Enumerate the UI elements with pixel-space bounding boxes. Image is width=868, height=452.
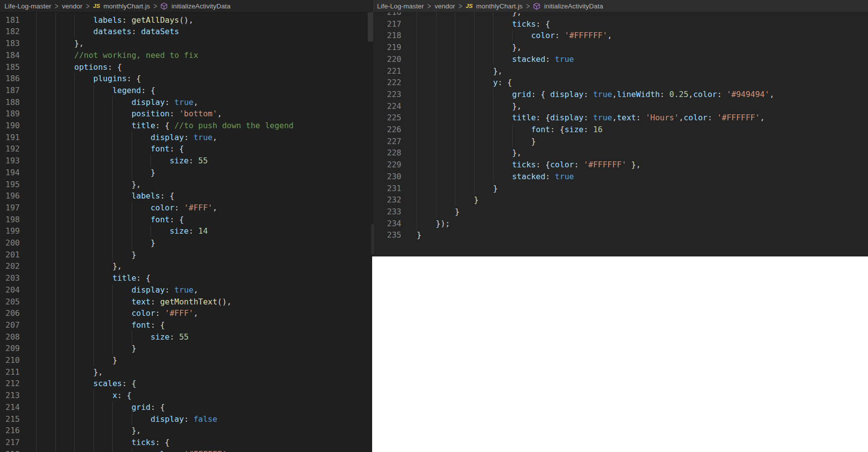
code-line[interactable]: 217 ticks: { bbox=[373, 18, 868, 30]
line-number[interactable]: 226 bbox=[377, 124, 401, 136]
line-number[interactable]: 232 bbox=[377, 194, 401, 206]
line-number[interactable]: 222 bbox=[377, 77, 401, 89]
line-number[interactable]: 200 bbox=[0, 237, 20, 249]
line-number[interactable]: 187 bbox=[0, 85, 20, 97]
line-number[interactable]: 202 bbox=[0, 260, 20, 272]
code-line[interactable]: 190 title: { //to push down the legend bbox=[0, 120, 372, 132]
line-number[interactable]: 185 bbox=[0, 61, 20, 73]
line-number[interactable]: 204 bbox=[0, 284, 20, 296]
code-line[interactable]: 230 stacked: true bbox=[373, 171, 868, 183]
code-line[interactable]: 224 }, bbox=[373, 100, 868, 112]
line-number[interactable]: 218 bbox=[377, 30, 401, 42]
code-line[interactable]: 215 display: false bbox=[0, 413, 372, 425]
breadcrumb-folder[interactable]: vendor bbox=[434, 2, 455, 10]
line-number[interactable]: 216 bbox=[0, 425, 20, 437]
code-line[interactable]: 187 legend: { bbox=[0, 85, 372, 97]
code-line[interactable]: 195 }, bbox=[0, 179, 372, 191]
code-line[interactable]: 231 } bbox=[373, 183, 868, 195]
breadcrumb-symbol[interactable]: initializeActivityData bbox=[171, 2, 230, 10]
code-line[interactable]: 183 }, bbox=[0, 38, 372, 50]
breadcrumb-folder[interactable]: vendor bbox=[62, 2, 82, 10]
line-number[interactable]: 197 bbox=[0, 202, 20, 214]
code-line[interactable]: 204 display: true, bbox=[0, 284, 372, 296]
code-line[interactable]: 233 } bbox=[373, 206, 868, 218]
code-line[interactable]: 196 labels: { bbox=[0, 190, 372, 202]
line-number[interactable]: 229 bbox=[377, 159, 401, 171]
code-line[interactable]: 235} bbox=[373, 229, 868, 241]
scrollbar-thumb[interactable] bbox=[371, 224, 374, 254]
code-area-left[interactable]: 180 data: {181 labels: getAllDays(),182 … bbox=[0, 0, 372, 452]
line-number[interactable]: 220 bbox=[377, 53, 401, 65]
line-number[interactable]: 234 bbox=[377, 218, 401, 230]
breadcrumb-root[interactable]: Life-Log-master bbox=[4, 2, 51, 10]
line-number[interactable]: 195 bbox=[0, 179, 20, 191]
code-line[interactable]: 221 }, bbox=[373, 65, 868, 77]
code-line[interactable]: 197 color: '#FFF', bbox=[0, 202, 372, 214]
code-line[interactable]: 223 grid: { display: true,lineWidth: 0.2… bbox=[373, 89, 868, 100]
code-line[interactable]: 203 title: { bbox=[0, 272, 372, 284]
line-number[interactable]: 191 bbox=[0, 132, 20, 144]
line-number[interactable]: 198 bbox=[0, 214, 20, 226]
code-line[interactable]: 186 plugins: { bbox=[0, 73, 372, 85]
line-number[interactable]: 205 bbox=[0, 296, 20, 308]
line-number[interactable]: 190 bbox=[0, 120, 20, 132]
code-line[interactable]: 193 size: 55 bbox=[0, 155, 372, 167]
code-line[interactable]: 229 ticks: {color: '#FFFFFF' }, bbox=[373, 159, 868, 171]
breadcrumb-file[interactable]: monthlyChart.js bbox=[103, 2, 150, 10]
code-line[interactable]: 211 }, bbox=[0, 366, 372, 378]
code-line[interactable]: 218 color: '#FFFFFF', bbox=[0, 449, 372, 452]
line-number[interactable]: 184 bbox=[0, 50, 20, 61]
line-number[interactable]: 223 bbox=[377, 89, 401, 100]
code-line[interactable]: 218 color: '#FFFFFF', bbox=[373, 30, 868, 42]
line-number[interactable]: 227 bbox=[377, 136, 401, 148]
code-line[interactable]: 225 title: {display: true,text: 'Hours',… bbox=[373, 112, 868, 124]
code-line[interactable]: 208 size: 55 bbox=[0, 331, 372, 343]
code-line[interactable]: 181 labels: getAllDays(), bbox=[0, 14, 372, 26]
scrollbar-thumb[interactable] bbox=[368, 11, 373, 42]
line-number[interactable]: 217 bbox=[0, 437, 20, 449]
code-line[interactable]: 214 grid: { bbox=[0, 402, 372, 413]
breadcrumb-symbol[interactable]: initializeActivityData bbox=[544, 2, 603, 10]
line-number[interactable]: 206 bbox=[0, 307, 20, 319]
line-number[interactable]: 219 bbox=[377, 42, 401, 53]
code-line[interactable]: 222 y: { bbox=[373, 77, 868, 89]
line-number[interactable]: 231 bbox=[377, 183, 401, 195]
line-number[interactable]: 196 bbox=[0, 190, 20, 202]
line-number[interactable]: 182 bbox=[0, 26, 20, 38]
line-number[interactable]: 218 bbox=[0, 449, 20, 452]
code-line[interactable]: 227 } bbox=[373, 136, 868, 148]
editor-pane-left[interactable]: 180 data: {181 labels: getAllDays(),182 … bbox=[0, 0, 372, 452]
line-number[interactable]: 225 bbox=[377, 112, 401, 124]
line-number[interactable]: 194 bbox=[0, 167, 20, 179]
line-number[interactable]: 203 bbox=[0, 272, 20, 284]
code-line[interactable]: 194 } bbox=[0, 167, 372, 179]
line-number[interactable]: 212 bbox=[0, 378, 20, 390]
code-line[interactable]: 210 } bbox=[0, 354, 372, 366]
code-line[interactable]: 232 } bbox=[373, 194, 868, 206]
line-number[interactable]: 183 bbox=[0, 38, 20, 50]
code-line[interactable]: 209 } bbox=[0, 343, 372, 354]
line-number[interactable]: 199 bbox=[0, 225, 20, 237]
line-number[interactable]: 181 bbox=[0, 14, 20, 26]
breadcrumb-file[interactable]: monthlyChart.js bbox=[476, 2, 523, 10]
code-line[interactable]: 192 font: { bbox=[0, 143, 372, 155]
line-number[interactable]: 192 bbox=[0, 143, 20, 155]
line-number[interactable]: 201 bbox=[0, 249, 20, 261]
line-number[interactable]: 215 bbox=[0, 413, 20, 425]
line-number[interactable]: 208 bbox=[0, 331, 20, 343]
line-number[interactable]: 221 bbox=[377, 65, 401, 77]
code-area-right[interactable]: 216 },217 ticks: {218 color: '#FFFFFF',2… bbox=[373, 0, 868, 256]
line-number[interactable]: 211 bbox=[0, 366, 20, 378]
code-line[interactable]: 216 }, bbox=[0, 425, 372, 437]
line-number[interactable]: 224 bbox=[377, 100, 401, 112]
code-line[interactable]: 185 options: { bbox=[0, 61, 372, 73]
code-line[interactable]: 202 }, bbox=[0, 260, 372, 272]
line-number[interactable]: 207 bbox=[0, 319, 20, 331]
line-number[interactable]: 230 bbox=[377, 171, 401, 183]
line-number[interactable]: 214 bbox=[0, 402, 20, 413]
code-line[interactable]: 188 display: true, bbox=[0, 97, 372, 108]
code-line[interactable]: 200 } bbox=[0, 237, 372, 249]
line-number[interactable]: 233 bbox=[377, 206, 401, 218]
code-line[interactable]: 212 scales: { bbox=[0, 378, 372, 390]
line-number[interactable]: 188 bbox=[0, 97, 20, 108]
